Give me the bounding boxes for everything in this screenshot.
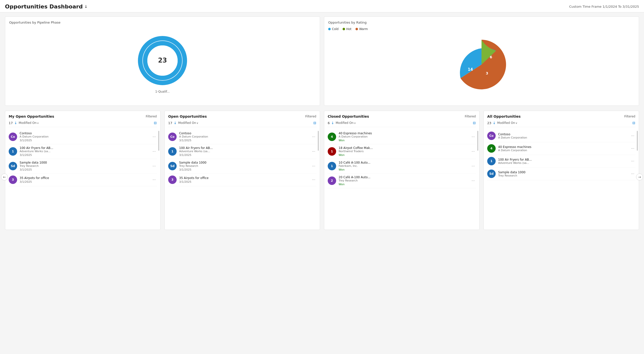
scrollbar-2[interactable] (477, 131, 478, 151)
item-info-1-0: Contoso A Datum Corporation 3/1/2025 (179, 132, 308, 142)
list-item-0-3[interactable]: 3 35 Airpots for office 3/1/2025 ··· (9, 174, 157, 186)
item-name-0-0: Contoso (20, 132, 149, 135)
nav-right-arrow[interactable]: → (636, 174, 643, 180)
list-item-2-2[interactable]: 1 10 Café A-100 Auto... Fabrikam, Inc. W… (328, 159, 476, 174)
more-button-0-0[interactable]: ··· (152, 134, 157, 139)
list-header-3: All Opportunities Filtered (487, 114, 635, 118)
list-item-0-0[interactable]: Co Contoso A Datum Corporation 3/1/2025 … (9, 130, 157, 144)
sort-down-icon-2[interactable]: ↓ (331, 121, 334, 125)
more-button-0-1[interactable]: ··· (152, 149, 157, 154)
more-button-3-0[interactable]: ··· (630, 133, 635, 138)
item-name-0-3: 35 Airpots for office (20, 176, 149, 180)
list-controls-2: 6 ↓ Modified On ∨ ⊟ (328, 121, 476, 127)
item-info-3-3: Sample data 1000 Trey Research (498, 171, 628, 177)
list-count-2: 6 (328, 121, 330, 125)
svg-text:14: 14 (468, 67, 473, 72)
item-info-2-0: 40 Espresso machines A Datum Corporation… (338, 132, 468, 142)
view-toggle-0[interactable]: ⊟ (154, 121, 157, 125)
more-button-1-0[interactable]: ··· (311, 134, 316, 139)
more-button-3-2[interactable]: ··· (630, 159, 635, 164)
donut-chart-svg: 23 (135, 33, 190, 88)
scrollbar-3[interactable] (637, 131, 638, 151)
title-dropdown-arrow[interactable]: ↓ (84, 4, 87, 9)
list-item-0-2[interactable]: Sd Sample data 1000 Trey Research 3/1/20… (9, 159, 157, 174)
sort-label-0[interactable]: Modified On ∨ (18, 121, 39, 125)
list-item-3-0[interactable]: Co Contoso A Datum Corporation ··· (487, 130, 635, 142)
item-date-1-2: 3/1/2025 (179, 168, 191, 171)
list-item-1-3[interactable]: 3 35 Airpots for office 3/1/2025 ··· (168, 174, 316, 186)
sort-down-icon-3[interactable]: ↓ (493, 121, 496, 125)
sort-down-icon-1[interactable]: ↓ (174, 121, 177, 125)
scrollbar-1[interactable] (318, 131, 319, 151)
item-sub-0-2: Trey Research (20, 164, 149, 168)
item-sub-0-0: A Datum Corporation (20, 135, 149, 138)
list-card-1: Open Opportunities Filtered 17 ↓ Modifie… (164, 111, 320, 230)
item-name-2-2: 10 Café A-100 Auto... (338, 161, 468, 164)
item-name-1-3: 35 Airpots for office (179, 176, 308, 180)
sort-label-1[interactable]: Modified On ∨ (178, 121, 198, 125)
item-name-2-1: 18 Airpot Coffee Mak... (338, 146, 468, 150)
list-item-1-2[interactable]: Sd Sample data 1000 Trey Research 3/1/20… (168, 159, 316, 174)
item-info-2-2: 10 Café A-100 Auto... Fabrikam, Inc. Won (338, 161, 468, 171)
donut-label: 1-Qualif... (155, 90, 170, 93)
more-button-1-2[interactable]: ··· (311, 164, 316, 169)
list-items-1: Co Contoso A Datum Corporation 3/1/2025 … (168, 130, 316, 186)
svg-text:23: 23 (158, 57, 167, 64)
nav-left-arrow[interactable]: ← (1, 174, 8, 180)
sort-down-icon-0[interactable]: ↓ (14, 121, 17, 125)
avatar-0-2: Sd (9, 162, 17, 170)
sort-label-2[interactable]: Modified On ∨ (336, 121, 356, 125)
list-count-1: 17 (168, 121, 172, 125)
scrollbar-0[interactable] (158, 131, 159, 151)
won-badge-2-1: Won (338, 153, 344, 157)
view-toggle-3[interactable]: ⊟ (632, 121, 635, 125)
item-name-2-0: 40 Espresso machines (338, 132, 468, 135)
pipeline-chart-card: Opportunities by Pipeline Phase 23 1-Qua… (5, 16, 320, 106)
list-item-3-1[interactable]: 4 40 Espresso machines A Datum Corporati… (487, 142, 635, 155)
legend-hot-dot (342, 28, 345, 30)
item-name-3-1: 40 Espresso machines (498, 145, 628, 149)
list-items-3: Co Contoso A Datum Corporation ··· 4 40 … (487, 130, 635, 180)
more-button-2-3[interactable]: ··· (470, 178, 476, 183)
list-item-2-1[interactable]: 1 18 Airpot Coffee Mak... Northwind Trad… (328, 144, 476, 159)
list-item-1-0[interactable]: Co Contoso A Datum Corporation 3/1/2025 … (168, 130, 316, 144)
view-toggle-2[interactable]: ⊟ (473, 121, 476, 125)
more-button-2-1[interactable]: ··· (470, 149, 476, 154)
timeframe-label: Custom Time Frame 1/1/2024 To 3/31/2025 (569, 5, 639, 9)
more-button-3-3[interactable]: ··· (630, 171, 635, 176)
list-item-3-3[interactable]: Sd Sample data 1000 Trey Research ··· (487, 168, 635, 180)
avatar-2-3: 2 (328, 177, 336, 185)
more-button-3-1[interactable]: ··· (630, 146, 635, 151)
item-sub-1-0: A Datum Corporation (179, 135, 308, 138)
view-toggle-1[interactable]: ⊟ (313, 121, 316, 125)
more-button-2-2[interactable]: ··· (470, 164, 476, 169)
avatar-3-0: Co (487, 132, 496, 140)
item-date-0-0: 3/1/2025 (20, 139, 32, 142)
item-sub-0-1: Adventure Works (sa... (20, 150, 149, 153)
item-name-0-2: Sample data 1000 (20, 161, 149, 164)
pie-legend: Cold Hot Warm (328, 27, 635, 31)
won-badge-2-3: Won (338, 183, 344, 186)
sort-label-3[interactable]: Modified On ∨ (497, 121, 517, 125)
more-button-0-3[interactable]: ··· (152, 177, 157, 182)
avatar-2-0: 4 (328, 133, 336, 141)
item-sub-3-2: Adventure Works (sa... (498, 161, 628, 165)
lists-row: My Open Opportunities Filtered 17 ↓ Modi… (5, 111, 639, 230)
list-item-2-3[interactable]: 2 20 Café A-100 Auto... Trey Research Wo… (328, 174, 476, 188)
list-item-3-2[interactable]: 1 100 Air Fryers for AB... Adventure Wor… (487, 155, 635, 168)
item-name-0-1: 100 Air Fryers for AB... (20, 146, 149, 150)
item-name-2-3: 20 Café A-100 Auto... (338, 176, 468, 179)
more-button-1-3[interactable]: ··· (311, 177, 316, 182)
filtered-badge-3: Filtered (624, 115, 635, 118)
more-button-2-0[interactable]: ··· (470, 134, 476, 139)
page-header: Opportunities Dashboard ↓ Custom Time Fr… (0, 0, 644, 13)
more-button-1-1[interactable]: ··· (311, 149, 316, 154)
list-item-2-0[interactable]: 4 40 Espresso machines A Datum Corporati… (328, 130, 476, 144)
more-button-0-2[interactable]: ··· (152, 164, 157, 169)
item-info-3-0: Contoso A Datum Corporation (498, 133, 628, 139)
list-item-0-1[interactable]: 1 100 Air Fryers for AB... Adventure Wor… (9, 144, 157, 159)
item-info-1-1: 100 Air Fryers for AB... Adventure Works… (179, 146, 308, 157)
list-controls-0: 17 ↓ Modified On ∨ ⊟ (9, 121, 157, 127)
list-count-0: 17 (9, 121, 13, 125)
list-item-1-1[interactable]: 1 100 Air Fryers for AB... Adventure Wor… (168, 144, 316, 159)
